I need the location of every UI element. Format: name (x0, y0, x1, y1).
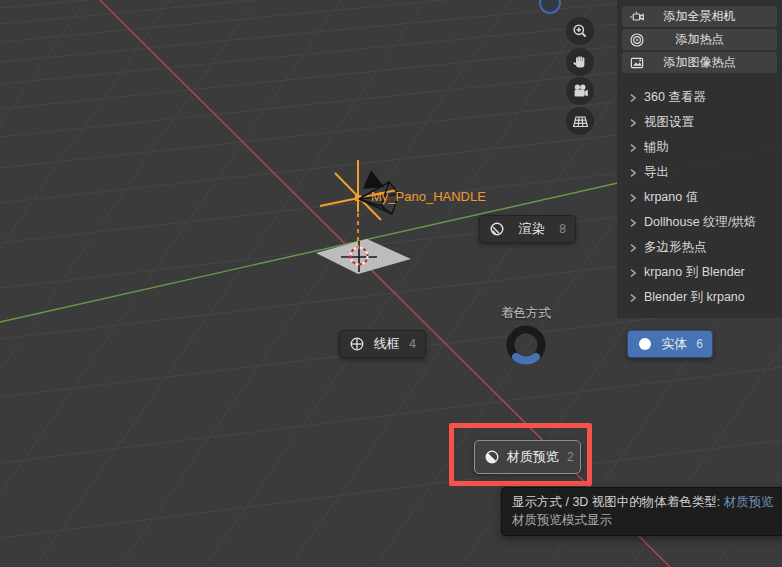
add-hotspot-button[interactable]: 添加热点 (622, 29, 777, 50)
chevron-right-icon (628, 293, 638, 303)
pan-hand-icon (572, 54, 588, 70)
orthographic-toggle-button[interactable] (566, 107, 594, 135)
chevron-right-icon (628, 243, 638, 253)
chevron-right-icon (628, 168, 638, 178)
pan-button[interactable] (566, 48, 594, 76)
chevron-right-icon (628, 118, 638, 128)
add-pano-camera-label: 添加全景相机 (664, 8, 736, 25)
tooltip-line2: 材质预览模式显示 (512, 511, 774, 529)
wireframe-sphere-icon (349, 336, 365, 352)
add-image-hotspot-button[interactable]: 添加图像热点 (622, 52, 777, 73)
panel-export[interactable]: 导出 (617, 160, 782, 185)
add-hotspot-label: 添加热点 (676, 31, 724, 48)
image-hotspot-icon (629, 55, 645, 71)
panel-360-viewer[interactable]: 360 查看器 (617, 85, 782, 110)
panel-krpano-to-blender[interactable]: krpano 到 Blender (617, 260, 782, 285)
panel-view-settings[interactable]: 视图设置 (617, 110, 782, 135)
shortcut-badge: 8 (559, 222, 566, 236)
chevron-right-icon (628, 193, 638, 203)
tooltip-value: 材质预览 (724, 495, 774, 509)
pie-menu-title: 着色方式 (476, 305, 576, 322)
chevron-right-icon (628, 218, 638, 228)
panel-dollhouse-bake[interactable]: Dollhouse 纹理/烘焙 (617, 210, 782, 235)
pie-item-rendered[interactable]: 渲染 8 (479, 215, 576, 243)
tooltip: 显示方式 / 3D 视图中的物体着色类型: 材质预览 材质预览模式显示 (501, 487, 782, 536)
sidebar-panel-list: 360 查看器 视图设置 辅助 导出 krpano 值 Dollhouse 纹理… (617, 85, 782, 310)
chevron-right-icon (628, 93, 638, 103)
pie-item-wireframe[interactable]: 线框 4 (339, 330, 426, 358)
orthographic-grid-icon (572, 113, 589, 130)
add-image-hotspot-label: 添加图像热点 (664, 54, 736, 71)
shortcut-badge: 6 (696, 337, 703, 351)
object-name-label[interactable]: My_Pano_HANDLE (371, 189, 486, 204)
panel-krpano-value[interactable]: krpano 值 (617, 185, 782, 210)
panel-polygon-hotspot[interactable]: 多边形热点 (617, 235, 782, 260)
pano-camera-icon (629, 9, 645, 25)
solid-sphere-icon (637, 336, 653, 352)
render-sphere-icon (489, 221, 505, 237)
shortcut-badge: 4 (409, 337, 416, 351)
hotspot-rings-icon (629, 32, 645, 48)
chevron-right-icon (628, 268, 638, 278)
pie-menu-direction-ring (502, 321, 550, 369)
zoom-in-icon (572, 23, 588, 39)
add-pano-camera-button[interactable]: 添加全景相机 (622, 6, 777, 27)
camera-view-icon (572, 83, 589, 100)
zoom-button[interactable] (566, 17, 594, 45)
annotation-highlight-rect (449, 423, 592, 486)
tooltip-line1: 显示方式 / 3D 视图中的物体着色类型: 材质预览 (512, 493, 774, 511)
krpano-sidebar: 添加全景相机 添加热点 添加图像热点 (617, 0, 782, 318)
panel-auxiliary[interactable]: 辅助 (617, 135, 782, 160)
panel-blender-to-krpano[interactable]: Blender 到 krpano (617, 285, 782, 310)
pie-item-solid[interactable]: 实体 6 (627, 330, 713, 358)
chevron-right-icon (628, 143, 638, 153)
blender-3d-viewport: My_Pano_HANDLE (0, 0, 782, 567)
camera-view-button[interactable] (566, 77, 594, 105)
